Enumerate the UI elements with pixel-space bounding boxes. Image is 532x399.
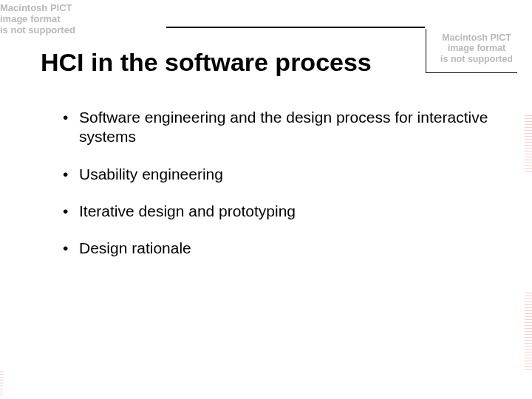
pict-error-line: Macintosh PICT (442, 33, 511, 43)
pict-error-top-left: Macintosh PICT image format is not suppo… (0, 3, 151, 36)
list-item: Iterative design and prototyping (63, 202, 491, 221)
artifact-red-left (0, 371, 3, 398)
pict-error-top-right: Macintosh PICT image format is not suppo… (440, 33, 513, 64)
pict-error-line: image format (0, 13, 61, 24)
slide-title: HCI in the software process (41, 48, 491, 77)
pict-error-line: is not supported (440, 54, 513, 64)
divider-top (166, 27, 425, 28)
list-item: Usability engineering (63, 165, 491, 184)
artifact-scribble (310, 18, 374, 24)
bullet-list: Software engineering and the design proc… (41, 108, 491, 258)
pict-error-line: image format (448, 43, 506, 53)
slide: Macintosh PICT image format is not suppo… (0, 0, 532, 399)
artifact-red-right-lower (525, 293, 532, 372)
bullet-text: Software engineering and the design proc… (79, 109, 488, 145)
bullet-text: Usability engineering (79, 166, 223, 183)
list-item: Software engineering and the design proc… (63, 108, 491, 147)
bullet-text: Design rationale (79, 239, 191, 256)
list-item: Design rationale (63, 239, 491, 258)
pict-error-line: is not supported (0, 24, 75, 35)
pict-error-line: Macintosh PICT (0, 3, 72, 13)
artifact-red-right-upper (525, 115, 532, 173)
bullet-text: Iterative design and prototyping (79, 202, 296, 219)
